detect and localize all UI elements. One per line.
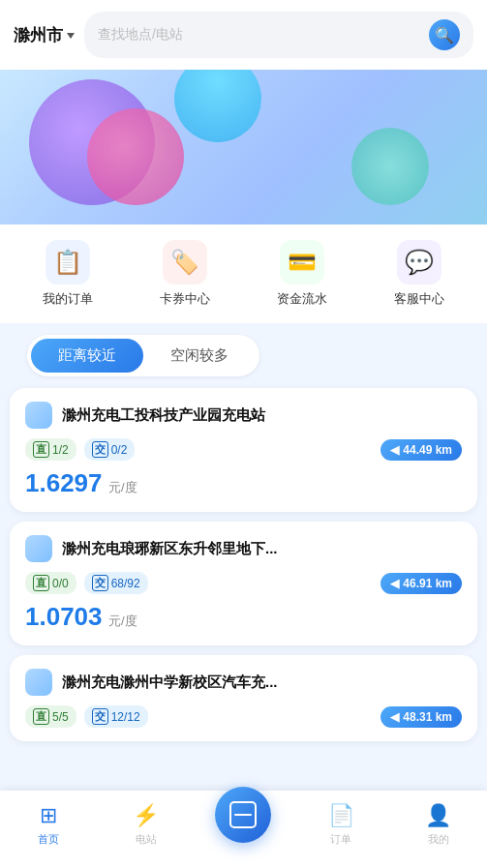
quick-action-order[interactable]: 📋 我的订单 [43,240,93,308]
scan-line [234,814,252,816]
dc-badge-3: 直 5/5 [25,705,76,728]
dc-count-2: 0/0 [52,577,69,590]
station-card-2[interactable]: 滁州充电琅琊新区东升邻里地下... 直 0/0 交 68/92 ◀ 46.91 … [10,522,477,645]
nav-home-label: 首页 [38,832,59,847]
card-icon: 🏷️ [163,240,207,284]
ac-count-3: 12/12 [111,710,140,724]
nav-home[interactable]: ⊞ 首页 [0,803,98,847]
station-icon: ⚡ [133,803,159,828]
station-card-3[interactable]: 滁州充电滁州中学新校区汽车充... 直 5/5 交 12/12 ◀ 48.31 … [10,655,477,741]
ac-label: 交 [92,575,108,591]
navigation-icon: ◀ [390,443,399,457]
bottom-nav: ⊞ 首页 ⚡ 电站 📄 订单 👤 我的 [0,791,487,868]
navigation-icon: ◀ [390,710,399,724]
quick-action-service[interactable]: 💬 客服中心 [394,240,444,308]
ac-count-1: 0/2 [111,443,128,457]
banner-decoration-2 [87,108,184,205]
dc-label: 直 [33,441,49,458]
distance-value-1: 44.49 km [403,443,452,457]
station-dot [25,669,52,696]
distance-badge-2: ◀ 46.91 km [380,573,462,594]
city-selector[interactable]: 滁州市 [14,24,75,46]
ac-label: 交 [92,441,108,458]
nav-order-label: 订单 [330,832,351,847]
nav-mine-label: 我的 [428,832,449,847]
filter-tabs: 距离较近 空闲较多 [27,335,259,376]
station-name-2: 滁州充电琅琊新区东升邻里地下... [62,540,278,558]
tab-distance[interactable]: 距离较近 [31,339,143,373]
station-card-1[interactable]: 滁州充电工投科技产业园充电站 直 1/2 交 0/2 ◀ 44.49 km 1.… [10,388,477,512]
distance-badge-1: ◀ 44.49 km [380,439,462,461]
nav-order[interactable]: 📄 订单 [292,803,390,847]
service-label: 客服中心 [394,290,444,308]
ac-count-2: 68/92 [111,577,140,590]
distance-value-2: 46.91 km [403,577,452,590]
header: 滁州市 查找地点/电站 🔍 [0,0,487,70]
price-value-2: 1.0703 [25,602,103,631]
dc-count-3: 5/5 [52,710,69,724]
stations-list: 滁州充电工投科技产业园充电站 直 1/2 交 0/2 ◀ 44.49 km 1.… [0,388,487,838]
dc-label: 直 [33,708,49,725]
price-unit-2: 元/度 [108,614,137,628]
order-label: 我的订单 [43,290,93,308]
service-icon: 💬 [397,240,441,284]
search-icon[interactable]: 🔍 [429,19,460,50]
order-icon: 📋 [46,240,90,284]
card-label: 卡券中心 [160,290,210,308]
station-dot [25,535,52,562]
nav-scan[interactable] [195,806,292,843]
order-nav-icon: 📄 [328,803,354,828]
city-name: 滁州市 [14,24,63,46]
mine-icon: 👤 [425,803,451,828]
quick-action-card[interactable]: 🏷️ 卡券中心 [160,240,210,308]
dc-label: 直 [33,575,49,591]
station-dot [25,402,52,429]
distance-value-3: 48.31 km [403,710,452,724]
scan-icon [229,801,257,828]
ac-badge-2: 交 68/92 [84,572,148,594]
search-bar[interactable]: 查找地点/电站 🔍 [84,12,473,58]
nav-station-label: 电站 [136,832,157,847]
price-unit-1: 元/度 [108,480,137,494]
ac-badge-1: 交 0/2 [84,438,136,461]
banner-decoration-4 [351,128,429,205]
banner-decoration-3 [174,70,261,142]
navigation-icon: ◀ [390,577,399,590]
money-icon: 💳 [280,240,324,284]
ac-label: 交 [92,708,108,725]
search-placeholder: 查找地点/电站 [98,26,421,44]
nav-mine[interactable]: 👤 我的 [389,803,487,847]
quick-actions: 📋 我的订单 🏷️ 卡券中心 💳 资金流水 💬 客服中心 [0,224,487,323]
banner [0,70,487,224]
quick-action-money[interactable]: 💳 资金流水 [277,240,327,308]
station-name-1: 滁州充电工投科技产业园充电站 [62,406,265,425]
tab-idle[interactable]: 空闲较多 [143,339,256,373]
chevron-down-icon [67,33,75,39]
home-icon: ⊞ [40,803,57,828]
price-value-1: 1.6297 [25,468,103,497]
station-name-3: 滁州充电滁州中学新校区汽车充... [62,673,278,692]
nav-station[interactable]: ⚡ 电站 [98,803,196,847]
ac-badge-3: 交 12/12 [84,705,148,728]
money-label: 资金流水 [277,290,327,308]
dc-badge-1: 直 1/2 [25,438,76,461]
dc-count-1: 1/2 [52,443,69,457]
distance-badge-3: ◀ 48.31 km [380,706,462,728]
scan-button[interactable] [215,787,271,843]
dc-badge-2: 直 0/0 [25,572,76,594]
